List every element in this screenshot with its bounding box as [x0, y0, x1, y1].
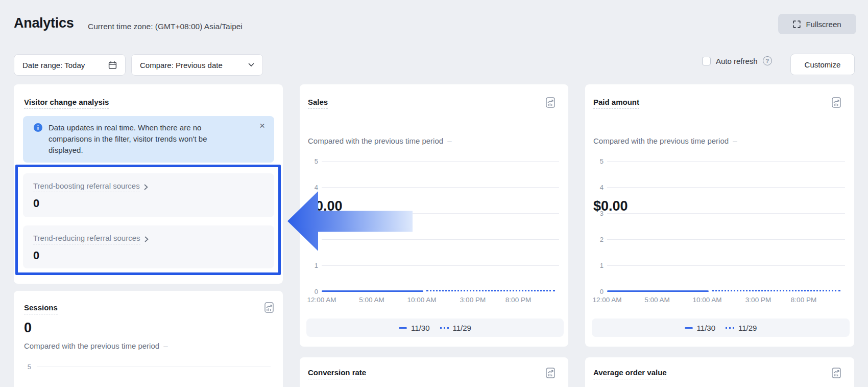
- chart-report-icon[interactable]: [264, 302, 274, 313]
- trend-reducing-value: 0: [33, 249, 264, 262]
- chart-report-icon[interactable]: [546, 97, 555, 108]
- compare-button[interactable]: Compare: Previous date: [131, 54, 263, 76]
- chart-legend: 11/30 11/29: [592, 318, 850, 337]
- x-tick-label: 8:00 PM: [495, 296, 541, 304]
- fullscreen-expand-icon: [793, 20, 801, 28]
- page-title: Analytics: [14, 15, 74, 31]
- auto-refresh-label: Auto refresh: [716, 57, 758, 65]
- paid-amount-card: Paid amount $0.00 Compared with the prev…: [585, 84, 854, 347]
- dotted-line-swatch: [440, 327, 449, 329]
- series-line-yesterday: [712, 290, 840, 291]
- trend-boosting-value: 0: [33, 197, 264, 210]
- chart-report-icon[interactable]: [546, 368, 555, 378]
- sales-card-title[interactable]: Sales: [308, 98, 328, 109]
- y-tick-label: 5: [300, 157, 318, 165]
- x-tick-label: 3:00 PM: [735, 296, 781, 304]
- info-icon: [34, 123, 42, 132]
- date-range-button[interactable]: Date range: Today: [14, 54, 126, 76]
- average-order-value-card: Average order value: [585, 357, 854, 387]
- series-line-today: [607, 290, 709, 292]
- visitor-change-analysis-card: Visitor change analysis Data updates in …: [14, 84, 283, 284]
- help-icon[interactable]: ?: [763, 56, 772, 65]
- auto-refresh-control: Auto refresh ?: [702, 56, 772, 65]
- trend-reducing-referral-sources-item[interactable]: Trend-reducing referral sources 0: [23, 225, 274, 268]
- chevron-down-icon: [248, 63, 254, 67]
- series-line-today: [322, 290, 423, 292]
- calendar-icon: [108, 61, 117, 70]
- chart-report-icon[interactable]: [832, 368, 841, 378]
- legend-item-yesterday[interactable]: 11/29: [726, 324, 757, 332]
- sessions-value: 0: [24, 320, 32, 336]
- dotted-line-swatch: [726, 327, 734, 329]
- conversion-rate-title[interactable]: Conversion rate: [308, 368, 366, 379]
- x-tick-label: 10:00 AM: [684, 296, 730, 304]
- fullscreen-label: Fullscreen: [806, 20, 841, 29]
- info-banner-text: Data updates in real time. When there ar…: [49, 122, 236, 156]
- x-tick-label: 8:00 PM: [781, 296, 827, 304]
- analytics-dashboard: Analytics Current time zone: (GMT+08:00)…: [0, 0, 868, 387]
- trend-boosting-referral-sources-item[interactable]: Trend-boosting referral sources 0: [23, 173, 274, 217]
- chevron-right-icon: [144, 184, 148, 190]
- sessions-card: Sessions 0 Compared with the previous ti…: [14, 291, 283, 387]
- y-tick-label: 3: [585, 210, 604, 217]
- conversion-rate-card: Conversion rate: [300, 357, 568, 387]
- legend-item-today[interactable]: 11/30: [685, 324, 715, 332]
- auto-refresh-checkbox[interactable]: [702, 57, 711, 65]
- y-tick-label: 4: [300, 184, 318, 191]
- y-tick-label: 0: [300, 288, 318, 295]
- y-tick-label: 2: [585, 236, 604, 243]
- solid-line-swatch: [399, 327, 407, 329]
- legend-item-yesterday[interactable]: 11/29: [440, 324, 471, 332]
- y-tick-label: 0: [585, 288, 604, 295]
- timezone-note: Current time zone: (GMT+08:00) Asia/Taip…: [88, 22, 243, 31]
- fullscreen-button[interactable]: Fullscreen: [778, 14, 856, 34]
- customize-button[interactable]: Customize: [790, 54, 855, 75]
- sessions-card-title[interactable]: Sessions: [24, 303, 58, 314]
- average-order-value-title[interactable]: Average order value: [593, 368, 667, 379]
- x-tick-label: 12:00 AM: [584, 296, 630, 304]
- y-tick-label: 2: [300, 236, 318, 243]
- sales-compare-value: –: [447, 136, 451, 145]
- y-tick-label: 5: [16, 363, 31, 371]
- x-tick-label: 5:00 AM: [349, 296, 395, 304]
- paid-compare-label: Compared with the previous time period: [593, 136, 729, 145]
- trend-reducing-label[interactable]: Trend-reducing referral sources: [33, 234, 140, 244]
- chart-legend: 11/30 11/29: [306, 318, 564, 337]
- y-tick-label: 1: [300, 262, 318, 269]
- y-tick-label: 5: [585, 157, 604, 165]
- sessions-compare-label: Compared with the previous time period: [24, 342, 159, 350]
- solid-line-swatch: [685, 327, 693, 329]
- close-icon[interactable]: ×: [259, 120, 265, 131]
- card-grid: Visitor change analysis Data updates in …: [14, 84, 854, 387]
- legend-item-today[interactable]: 11/30: [399, 324, 429, 332]
- info-banner: Data updates in real time. When there ar…: [23, 116, 274, 163]
- paid-compare-value: –: [733, 136, 737, 145]
- y-tick-label: 4: [585, 184, 604, 191]
- date-range-label: Date range: Today: [22, 61, 85, 70]
- compare-label: Compare: Previous date: [140, 61, 223, 70]
- sales-card: Sales $0.00 Compared with the previous t…: [300, 84, 568, 347]
- x-tick-label: 10:00 AM: [399, 296, 445, 304]
- visitor-card-title[interactable]: Visitor change analysis: [24, 98, 109, 109]
- sales-compare-label: Compared with the previous time period: [308, 136, 443, 145]
- sessions-compare-value: –: [163, 342, 167, 350]
- series-line-yesterday: [426, 290, 555, 291]
- x-tick-label: 3:00 PM: [450, 296, 496, 304]
- chart-report-icon[interactable]: [832, 97, 841, 108]
- chevron-right-icon: [144, 236, 149, 242]
- x-tick-label: 12:00 AM: [299, 296, 345, 304]
- y-tick-label: 1: [585, 262, 604, 269]
- trend-boosting-label[interactable]: Trend-boosting referral sources: [33, 181, 140, 192]
- paid-amount-card-title[interactable]: Paid amount: [593, 98, 639, 109]
- y-tick-label: 3: [300, 210, 318, 217]
- x-tick-label: 5:00 AM: [634, 296, 680, 304]
